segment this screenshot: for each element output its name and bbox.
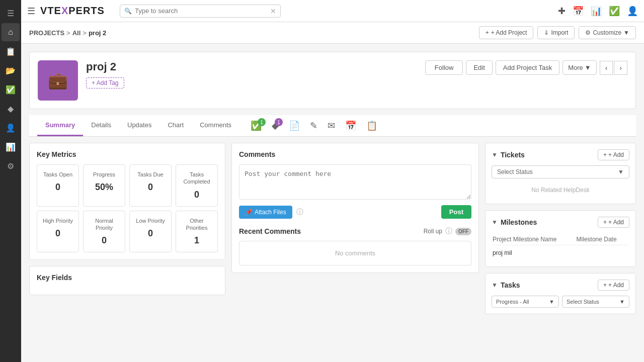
milestones-section: ▼ Milestones + + Add Project Milestone N… (485, 210, 636, 267)
metric-normal-priority-value: 0 (88, 235, 121, 246)
tasks-collapse-icon[interactable]: ▼ (492, 282, 498, 289)
tab-details[interactable]: Details (83, 115, 119, 136)
comment-actions: 📌 Attach Files ⓘ Post (239, 205, 471, 219)
next-arrow-button[interactable]: › (614, 61, 627, 75)
status-filter-chevron: ▼ (619, 299, 625, 305)
attach-files-button[interactable]: 📌 Attach Files (239, 206, 292, 219)
metrics-grid-bottom: High Priority 0 Normal Priority 0 Low Pr… (37, 211, 218, 253)
sidebar-projects[interactable]: 📂 (2, 61, 20, 79)
comments-card: Comments 📌 Attach Files ⓘ Post Recent Co… (231, 143, 479, 273)
milestones-header: ▼ Milestones + + Add (492, 217, 629, 228)
chart-icon[interactable]: 📊 (591, 6, 602, 17)
sidebar: ☰ ⌂ 📋 📂 ✅ ◆ 👤 📊 ⚙ (0, 0, 21, 362)
sidebar-home[interactable]: ⌂ (2, 23, 20, 41)
topnav-hamburger[interactable]: ☰ (27, 6, 35, 17)
sidebar-tasks[interactable]: ✅ (2, 80, 20, 99)
no-helpdesk-text: No Related HelpDesk (492, 183, 629, 198)
diamond-badge: 1 (275, 118, 283, 126)
tasks-status-filter[interactable]: Select Status ▼ (562, 296, 629, 308)
rollup-info-icon[interactable]: ⓘ (445, 227, 452, 236)
customize-button[interactable]: ⚙ Customize ▼ (579, 26, 636, 39)
comment-input[interactable] (239, 164, 471, 200)
add-project-task-button[interactable]: Add Project Task (496, 60, 559, 75)
metric-other-priorities-label: Other Priorities (180, 217, 213, 232)
tasks-header: ▼ Tasks + + Add (492, 280, 629, 291)
search-input[interactable] (135, 7, 270, 15)
metric-normal-priority-label: Normal Priority (88, 217, 121, 232)
metric-normal-priority: Normal Priority 0 (83, 211, 125, 253)
project-avatar-icon: 💼 (48, 71, 68, 90)
breadcrumb-actions: + + Add Project ⇓ Import ⚙ Customize ▼ (479, 26, 636, 39)
follow-button[interactable]: Follow (425, 60, 463, 75)
mail-tab-icon[interactable]: ✉ (325, 116, 338, 135)
tickets-add-button[interactable]: + + Add (598, 149, 629, 160)
breadcrumb-current: proj 2 (89, 29, 106, 37)
sidebar-hamburger[interactable]: ☰ (2, 4, 20, 22)
tab-chart[interactable]: Chart (159, 115, 192, 136)
add-tag-button[interactable]: + Add Tag (86, 77, 124, 88)
recent-comments-header: Recent Comments Roll up ⓘ OFF (239, 227, 471, 236)
milestones-add-button[interactable]: + + Add (598, 217, 629, 228)
more-button[interactable]: More ▼ (562, 60, 597, 75)
sidebar-reports[interactable]: 📊 (2, 138, 20, 156)
add-icon[interactable]: ✚ (558, 6, 566, 17)
tasks-progress-filter[interactable]: Progress - All ▼ (492, 296, 559, 308)
tickets-section: ▼ Tickets + + Add Select Status ▼ No Rel… (485, 143, 636, 204)
tickets-collapse-icon[interactable]: ▼ (492, 151, 498, 158)
no-comments: No comments (239, 241, 471, 265)
right-column: ▼ Tickets + + Add Select Status ▼ No Rel… (485, 143, 636, 320)
rollup-toggle[interactable]: OFF (455, 228, 471, 235)
sidebar-diamond[interactable]: ◆ (2, 100, 20, 118)
tasks-badge: 1 (258, 118, 266, 126)
breadcrumb-all[interactable]: All (72, 29, 81, 37)
breadcrumb-projects[interactable]: PROJECTS (29, 29, 64, 37)
project-info: proj 2 + Add Tag (86, 60, 417, 88)
breadcrumb-sep2: > (83, 29, 87, 37)
sidebar-people[interactable]: 👤 (2, 119, 20, 137)
edit-tab-icon[interactable]: ✎ (307, 116, 320, 135)
project-header: 💼 proj 2 + Add Tag Follow Edit Add Proje… (29, 52, 636, 109)
milestone-name-cell: proj mil (493, 246, 576, 259)
rollup-area: Roll up ⓘ OFF (424, 227, 471, 236)
tasks-add-button[interactable]: + + Add (598, 280, 629, 291)
mid-column: Comments 📌 Attach Files ⓘ Post Recent Co… (231, 143, 479, 320)
more-chevron-icon: ▼ (585, 64, 591, 71)
edit-button[interactable]: Edit (466, 60, 492, 75)
tickets-status-select[interactable]: Select Status ▼ (492, 165, 629, 178)
tasks-section: ▼ Tasks + + Add Progress - All ▼ (485, 273, 636, 314)
metric-tasks-open-value: 0 (41, 182, 74, 193)
user-icon[interactable]: 👤 (627, 6, 638, 17)
diamond-tab-icon[interactable]: ◆ 1 (269, 116, 282, 135)
metric-other-priorities-value: 1 (180, 235, 213, 246)
milestones-table: Project Milestone Name Milestone Date pr… (492, 233, 629, 260)
milestones-collapse-icon[interactable]: ▼ (492, 219, 498, 226)
search-bar: 🔍 ✕ (120, 5, 281, 18)
calendar-tab-icon[interactable]: 📅 (342, 116, 359, 135)
project-avatar: 💼 (38, 60, 78, 101)
sidebar-activity[interactable]: 📋 (2, 42, 20, 60)
project-actions: Follow Edit Add Project Task More ▼ ‹ › (425, 60, 627, 75)
tab-comments[interactable]: Comments (192, 115, 239, 136)
tickets-title: ▼ Tickets (492, 151, 525, 159)
docs-tab-icon[interactable]: 📄 (286, 116, 303, 135)
tasks-filters: Progress - All ▼ Select Status ▼ (492, 296, 629, 308)
clear-search-icon[interactable]: ✕ (270, 7, 276, 15)
info-icon[interactable]: ⓘ (296, 208, 303, 217)
import-button[interactable]: ⇓ Import (537, 26, 575, 39)
tickets-add-icon: + (603, 151, 607, 158)
tasks-icon[interactable]: ✅ (609, 6, 620, 17)
metrics-grid-top: Tasks Open 0 Progress 50% Tasks Due 0 (37, 164, 218, 207)
breadcrumb-sep1: > (66, 29, 70, 37)
tasks-tab-icon[interactable]: ✅ 1 (248, 116, 265, 135)
prev-arrow-button[interactable]: ‹ (600, 61, 613, 75)
notes-tab-icon[interactable]: 📋 (363, 116, 380, 135)
tab-updates[interactable]: Updates (119, 115, 159, 136)
tab-summary[interactable]: Summary (37, 115, 83, 136)
add-project-button[interactable]: + + Add Project (479, 26, 534, 39)
customize-icon: ⚙ (585, 29, 591, 36)
calendar-icon[interactable]: 📅 (573, 6, 584, 17)
milestone-row: proj mil (493, 246, 628, 259)
post-button[interactable]: Post (441, 205, 471, 219)
milestone-date-header: Milestone Date (577, 234, 628, 245)
sidebar-settings[interactable]: ⚙ (2, 157, 20, 175)
